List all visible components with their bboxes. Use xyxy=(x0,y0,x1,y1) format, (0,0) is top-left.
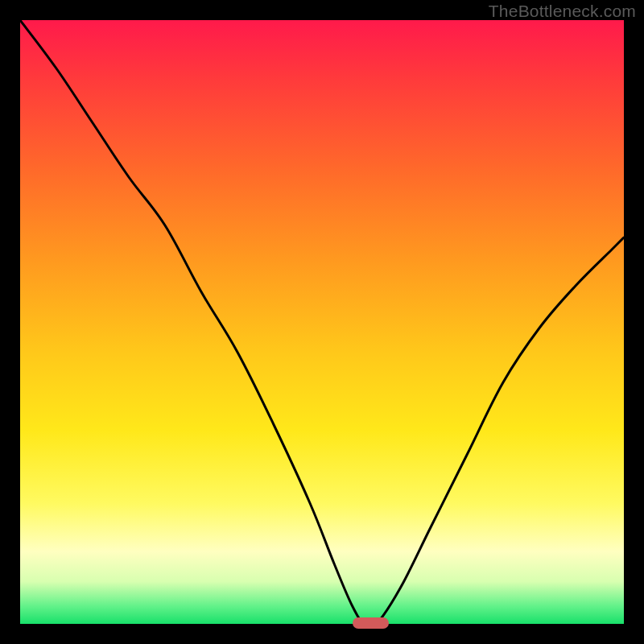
plot-area xyxy=(20,20,624,624)
chart-frame: TheBottleneck.com xyxy=(0,0,644,644)
watermark-text: TheBottleneck.com xyxy=(489,2,636,21)
bottleneck-curve xyxy=(20,20,624,624)
optimal-range-marker xyxy=(353,617,389,629)
